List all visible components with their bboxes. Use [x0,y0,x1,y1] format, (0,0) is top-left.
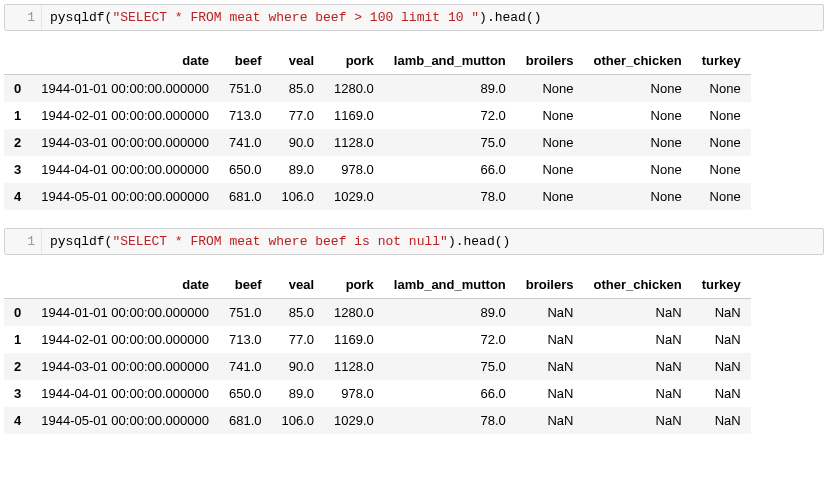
cell-lamb_and_mutton: 89.0 [384,75,516,103]
cell-turkey: NaN [692,407,751,434]
cell-veal: 90.0 [272,353,325,380]
table-row: 11944-02-01 00:00:00.000000713.077.01169… [4,326,751,353]
cell-broilers: None [516,102,584,129]
col-header: broilers [516,47,584,75]
cell-veal: 106.0 [272,183,325,210]
cell-date: 1944-01-01 00:00:00.000000 [31,75,219,103]
col-header: pork [324,47,384,75]
cell-veal: 89.0 [272,380,325,407]
cell-lamb_and_mutton: 75.0 [384,129,516,156]
cell-beef: 751.0 [219,75,272,103]
code-token-fn: pysqldf [50,234,105,249]
cell-broilers: NaN [516,407,584,434]
cell-beef: 741.0 [219,353,272,380]
cell-other_chicken: None [583,183,691,210]
cell-turkey: None [692,129,751,156]
cell-lamb_and_mutton: 78.0 [384,407,516,434]
col-header: lamb_and_mutton [384,271,516,299]
cell-broilers: NaN [516,326,584,353]
cell-beef: 751.0 [219,299,272,327]
code-token-string: "SELECT * FROM meat where beef > 100 lim… [112,10,479,25]
cell-turkey: NaN [692,380,751,407]
col-header: date [31,47,219,75]
row-index: 0 [4,75,31,103]
cell-date: 1944-05-01 00:00:00.000000 [31,407,219,434]
col-header: other_chicken [583,47,691,75]
table-header: date beef veal pork lamb_and_mutton broi… [4,47,751,75]
table-row: 11944-02-01 00:00:00.000000713.077.01169… [4,102,751,129]
cell-pork: 1128.0 [324,353,384,380]
cell-veal: 85.0 [272,75,325,103]
col-header: other_chicken [583,271,691,299]
table-row: 21944-03-01 00:00:00.000000741.090.01128… [4,129,751,156]
output-dataframe: date beef veal pork lamb_and_mutton broi… [4,47,751,210]
cell-lamb_and_mutton: 66.0 [384,156,516,183]
cell-broilers: NaN [516,353,584,380]
code-token-tail: .head() [487,10,542,25]
row-index: 2 [4,129,31,156]
cell-date: 1944-03-01 00:00:00.000000 [31,353,219,380]
output-dataframe: date beef veal pork lamb_and_mutton broi… [4,271,751,434]
col-header: date [31,271,219,299]
table-row: 01944-01-01 00:00:00.000000751.085.01280… [4,75,751,103]
cell-pork: 1280.0 [324,75,384,103]
table-corner [4,47,31,75]
cell-date: 1944-04-01 00:00:00.000000 [31,380,219,407]
cell-lamb_and_mutton: 66.0 [384,380,516,407]
cell-beef: 713.0 [219,326,272,353]
cell-date: 1944-03-01 00:00:00.000000 [31,129,219,156]
col-header: broilers [516,271,584,299]
cell-other_chicken: None [583,156,691,183]
cell-broilers: None [516,129,584,156]
row-index: 0 [4,299,31,327]
cell-turkey: None [692,75,751,103]
code-line-number: 1 [5,5,42,30]
cell-pork: 1169.0 [324,326,384,353]
table-row: 21944-03-01 00:00:00.000000741.090.01128… [4,353,751,380]
cell-other_chicken: None [583,75,691,103]
table-row: 01944-01-01 00:00:00.000000751.085.01280… [4,299,751,327]
row-index: 2 [4,353,31,380]
code-token-paren: ) [448,234,456,249]
col-header: veal [272,271,325,299]
row-index: 4 [4,183,31,210]
cell-other_chicken: NaN [583,326,691,353]
cell-lamb_and_mutton: 72.0 [384,326,516,353]
cell-turkey: None [692,156,751,183]
row-index: 1 [4,326,31,353]
cell-other_chicken: NaN [583,407,691,434]
cell-pork: 1280.0 [324,299,384,327]
cell-veal: 77.0 [272,102,325,129]
cell-date: 1944-05-01 00:00:00.000000 [31,183,219,210]
cell-lamb_and_mutton: 75.0 [384,353,516,380]
table-row: 41944-05-01 00:00:00.000000681.0106.0102… [4,183,751,210]
col-header: turkey [692,271,751,299]
cell-turkey: NaN [692,353,751,380]
cell-beef: 741.0 [219,129,272,156]
code-token-paren: ) [479,10,487,25]
code-content: pysqldf("SELECT * FROM meat where beef >… [42,5,550,30]
code-cell: 1 pysqldf("SELECT * FROM meat where beef… [4,4,824,31]
cell-pork: 1029.0 [324,407,384,434]
cell-beef: 650.0 [219,380,272,407]
cell-lamb_and_mutton: 78.0 [384,183,516,210]
cell-beef: 681.0 [219,183,272,210]
cell-date: 1944-02-01 00:00:00.000000 [31,326,219,353]
cell-other_chicken: NaN [583,380,691,407]
code-line-number: 1 [5,229,42,254]
row-index: 3 [4,380,31,407]
cell-broilers: NaN [516,299,584,327]
cell-broilers: None [516,183,584,210]
cell-veal: 106.0 [272,407,325,434]
col-header: turkey [692,47,751,75]
cell-beef: 713.0 [219,102,272,129]
cell-turkey: None [692,102,751,129]
cell-date: 1944-04-01 00:00:00.000000 [31,156,219,183]
code-token-fn: pysqldf [50,10,105,25]
cell-veal: 90.0 [272,129,325,156]
cell-other_chicken: NaN [583,299,691,327]
cell-broilers: None [516,156,584,183]
cell-pork: 978.0 [324,380,384,407]
col-header: beef [219,271,272,299]
table-corner [4,271,31,299]
